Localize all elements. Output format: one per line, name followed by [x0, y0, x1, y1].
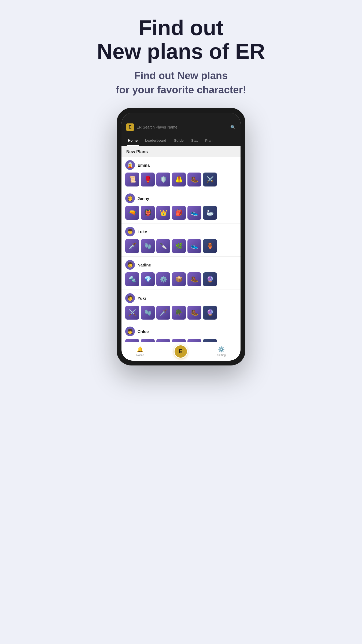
- character-name-row: 🧑 Yuki: [125, 293, 237, 303]
- avatar-nadine: 🧑: [125, 260, 135, 270]
- character-card-luke[interactable]: 👦 Luke 🗡️ 🧤 🔪 🌿 👟 🏺: [121, 224, 241, 256]
- item-box: 🎒: [172, 206, 186, 220]
- character-card-emma[interactable]: 🧝 Emma 📜 🥊 🛡️ 🦺 🥾 ⚔️: [121, 157, 241, 190]
- item-box: 📦: [172, 272, 186, 286]
- bottom-nav-home[interactable]: E: [174, 345, 188, 358]
- character-card-yuki[interactable]: 🧑 Yuki ⚔️ 🧤 🗡️ 🪖 🥾 🔮: [121, 290, 241, 323]
- item-box: 🏹: [156, 339, 170, 342]
- items-row-chloe: 🃏 💎 🏹 📦 👟 🦺: [125, 339, 237, 342]
- character-name-row: 👧 Chloe: [125, 327, 237, 336]
- item-box: 🥾: [187, 173, 201, 186]
- bottom-nav: 🔔 Notice E ⚙️ Setting: [121, 342, 241, 361]
- item-box: 🧤: [141, 239, 155, 253]
- setting-icon: ⚙️: [218, 346, 225, 353]
- character-card-nadine[interactable]: 🧑 Nadine 🔩 💎 ⚙️ 📦 🥾 🔮: [121, 257, 241, 290]
- notice-label: Notice: [136, 354, 144, 357]
- character-name-row: 👸 Jenny: [125, 193, 237, 203]
- tab-home[interactable]: Home: [124, 135, 141, 146]
- bottom-nav-notice[interactable]: 🔔 Notice: [136, 346, 144, 357]
- name-nadine: Nadine: [138, 263, 151, 267]
- name-jenny: Jenny: [138, 196, 149, 201]
- item-box: 🛡️: [156, 173, 170, 186]
- app-logo-icon: E: [126, 123, 134, 131]
- item-box: 🔩: [125, 272, 139, 286]
- content-area: New Plans 🧝 Emma 📜 🥊 🛡️ 🦺 🥾 ⚔️: [121, 146, 241, 342]
- item-box: 👟: [187, 206, 201, 220]
- item-box: 💎: [141, 272, 155, 286]
- search-icon[interactable]: 🔍: [230, 125, 236, 130]
- search-input[interactable]: ER Search Player Name: [136, 125, 228, 129]
- item-box: 🪖: [172, 306, 186, 320]
- item-box: 🔪: [156, 239, 170, 253]
- bottom-nav-setting[interactable]: ⚙️ Setting: [217, 346, 226, 357]
- avatar-chloe: 👧: [125, 327, 135, 336]
- items-row-jenny: 🔫 👹 👑 🎒 👟 🦢: [125, 206, 237, 220]
- avatar-jenny: 👸: [125, 193, 135, 203]
- tab-plan[interactable]: Plan: [201, 135, 216, 146]
- item-box: 🦢: [203, 206, 217, 220]
- item-box: ⚔️: [125, 306, 139, 320]
- search-bar[interactable]: E ER Search Player Name 🔍: [121, 121, 241, 135]
- character-card-jenny[interactable]: 👸 Jenny 🔫 👹 👑 🎒 👟 🦢: [121, 190, 241, 223]
- item-box: 🔫: [125, 206, 139, 220]
- item-box: 🌿: [172, 239, 186, 253]
- character-name-row: 🧑 Nadine: [125, 260, 237, 270]
- name-chloe: Chloe: [138, 329, 149, 334]
- phone-screen: E ER Search Player Name 🔍 Home Leaderboa…: [121, 113, 241, 361]
- name-emma: Emma: [138, 163, 150, 167]
- item-box: 🥾: [187, 306, 201, 320]
- character-name-row: 👦 Luke: [125, 227, 237, 236]
- item-box: 🥊: [141, 173, 155, 186]
- item-box: 🧤: [141, 306, 155, 320]
- tab-leaderboard[interactable]: Leaderboard: [141, 135, 170, 146]
- avatar-luke: 👦: [125, 227, 135, 236]
- notice-icon: 🔔: [137, 346, 143, 353]
- item-box: 🦺: [203, 339, 217, 342]
- item-box: 🃏: [125, 339, 139, 342]
- item-box: 🗡️: [156, 306, 170, 320]
- name-yuki: Yuki: [138, 296, 146, 301]
- section-header: New Plans: [121, 146, 241, 157]
- item-box: ⚔️: [203, 173, 217, 186]
- item-box: ⚙️: [156, 272, 170, 286]
- items-row-nadine: 🔩 💎 ⚙️ 📦 🥾 🔮: [125, 272, 237, 286]
- tab-guide[interactable]: Guide: [170, 135, 187, 146]
- item-box: 🔮: [203, 306, 217, 320]
- item-box: 🔮: [203, 272, 217, 286]
- status-bar: [121, 113, 241, 121]
- tab-stat[interactable]: Stat: [187, 135, 202, 146]
- item-box: 👟: [187, 339, 201, 342]
- item-box: 🗡️: [125, 239, 139, 253]
- hero-section: Find out New plans of ER Find out New pl…: [97, 16, 265, 97]
- items-row-luke: 🗡️ 🧤 🔪 🌿 👟 🏺: [125, 239, 237, 253]
- item-box: 🥾: [187, 272, 201, 286]
- item-box: 👑: [156, 206, 170, 220]
- nav-tabs: Home Leaderboard Guide Stat Plan: [121, 135, 241, 146]
- character-name-row: 🧝 Emma: [125, 160, 237, 170]
- item-box: 💎: [141, 339, 155, 342]
- setting-label: Setting: [217, 354, 226, 357]
- avatar-emma: 🧝: [125, 160, 135, 170]
- item-box: 👟: [187, 239, 201, 253]
- character-card-chloe[interactable]: 👧 Chloe 🃏 💎 🏹 📦 👟 🦺: [121, 323, 241, 342]
- item-box: 📦: [172, 339, 186, 342]
- phone-frame: E ER Search Player Name 🔍 Home Leaderboa…: [117, 108, 245, 365]
- name-luke: Luke: [138, 229, 147, 234]
- item-box: 🏺: [203, 239, 217, 253]
- hero-subtitle: Find out New plans for your favorite cha…: [97, 69, 265, 97]
- item-box: 🦺: [172, 173, 186, 186]
- item-box: 👹: [141, 206, 155, 220]
- items-row-emma: 📜 🥊 🛡️ 🦺 🥾 ⚔️: [125, 173, 237, 186]
- hero-title: Find out New plans of ER: [97, 16, 265, 63]
- avatar-yuki: 🧑: [125, 293, 135, 303]
- items-row-yuki: ⚔️ 🧤 🗡️ 🪖 🥾 🔮: [125, 306, 237, 320]
- item-box: 📜: [125, 173, 139, 186]
